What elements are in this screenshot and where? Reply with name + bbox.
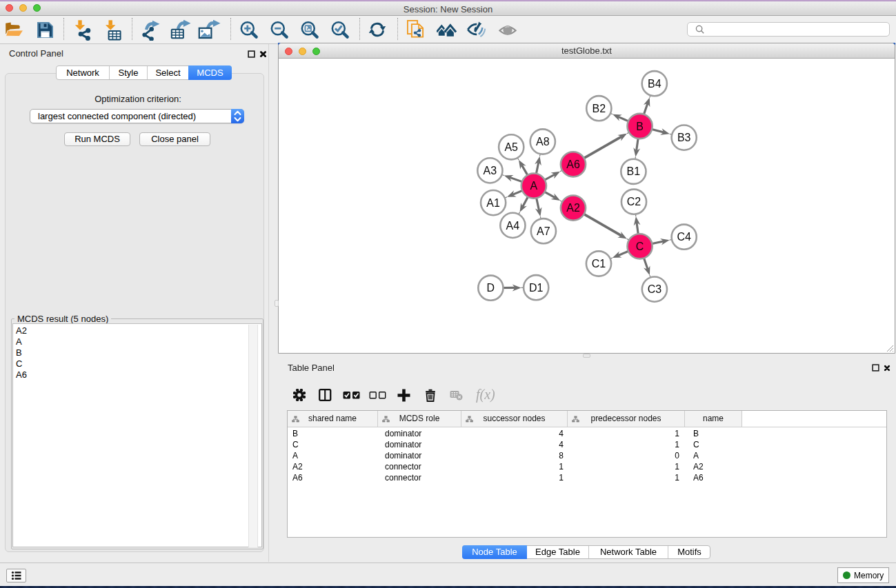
svg-text:A: A	[530, 180, 538, 192]
svg-text:B4: B4	[648, 78, 661, 90]
svg-text:B1: B1	[627, 165, 641, 177]
svg-text:C1: C1	[592, 258, 606, 270]
svg-text:A4: A4	[506, 220, 520, 232]
svg-text:D: D	[487, 282, 495, 294]
svg-text:C: C	[636, 241, 644, 252]
svg-text:A2: A2	[566, 202, 580, 214]
svg-text:C3: C3	[648, 283, 662, 295]
svg-text:A5: A5	[504, 141, 518, 153]
svg-text:A3: A3	[484, 165, 497, 176]
svg-text:A7: A7	[537, 225, 550, 237]
svg-text:D1: D1	[529, 282, 544, 294]
svg-text:B3: B3	[677, 132, 691, 143]
svg-text:A1: A1	[486, 197, 500, 209]
svg-text:A8: A8	[536, 136, 550, 148]
svg-text:C2: C2	[627, 196, 641, 207]
svg-text:C4: C4	[677, 231, 691, 243]
svg-text:B: B	[636, 121, 644, 132]
svg-text:A6: A6	[566, 159, 580, 170]
svg-text:B2: B2	[593, 103, 606, 114]
